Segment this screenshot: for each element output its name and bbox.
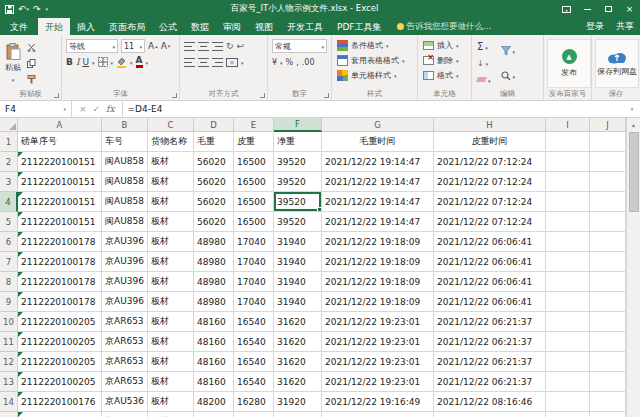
cell-H9[interactable]: 2021/12/22 06:06:41 [434, 292, 546, 312]
row-header-3[interactable]: 3 [0, 172, 18, 192]
select-all-corner[interactable] [0, 118, 18, 132]
tab-file[interactable]: 文件 [0, 18, 38, 35]
cell-G10[interactable]: 2021/12/22 19:23:01 [322, 312, 434, 332]
cell-E4[interactable]: 16500 [234, 192, 274, 212]
cell-J13[interactable] [590, 372, 626, 392]
cell-D15[interactable]: 48200 [194, 412, 234, 417]
column-header-i[interactable]: I [546, 118, 590, 132]
column-header-b[interactable]: B [102, 118, 148, 132]
cell-H12[interactable]: 2021/12/22 06:21:37 [434, 352, 546, 372]
cell-A4[interactable]: 2112220100151 [18, 192, 102, 212]
sign-in-button[interactable]: 登录 [580, 18, 610, 35]
cell-I10[interactable] [546, 312, 590, 332]
cell-C9[interactable]: 板材 [148, 292, 194, 312]
column-header-g[interactable]: G [322, 118, 434, 132]
cell-I11[interactable] [546, 332, 590, 352]
tab-formulas[interactable]: 公式 [152, 18, 184, 35]
cancel-icon[interactable]: × [79, 104, 87, 114]
cell-F11[interactable]: 31620 [274, 332, 322, 352]
cell-I15[interactable] [546, 412, 590, 417]
cell-A1[interactable]: 磅单序号 [18, 132, 102, 152]
insert-cells-button[interactable]: 插入 [420, 38, 469, 53]
row-header-1[interactable]: 1 [0, 132, 18, 152]
cell-J5[interactable] [590, 212, 626, 232]
cell-E15[interactable]: 16280 [234, 412, 274, 417]
cell-F5[interactable]: 39520 [274, 212, 322, 232]
row-header-2[interactable]: 2 [0, 152, 18, 172]
enter-icon[interactable]: ✓ [93, 104, 101, 114]
cell-F4[interactable]: 39520 [274, 192, 322, 212]
cell-D4[interactable]: 56020 [194, 192, 234, 212]
cell-E1[interactable]: 皮重 [234, 132, 274, 152]
cell-styles-button[interactable]: 单元格样式 [334, 68, 415, 83]
column-header-e[interactable]: E [234, 118, 274, 132]
cell-J11[interactable] [590, 332, 626, 352]
vertical-scrollbar[interactable]: ▴ [626, 118, 640, 417]
cell-C3[interactable]: 板材 [148, 172, 194, 192]
fill-color-button[interactable] [116, 57, 127, 68]
row-header-13[interactable]: 13 [0, 372, 18, 392]
publish-button[interactable]: ▲ 发布 [547, 39, 591, 88]
delete-cells-button[interactable]: 删除 [420, 53, 469, 68]
cell-C4[interactable]: 板材 [148, 192, 194, 212]
cell-D12[interactable]: 48160 [194, 352, 234, 372]
cell-C6[interactable]: 板材 [148, 232, 194, 252]
cell-E3[interactable]: 16500 [234, 172, 274, 192]
cell-E7[interactable]: 17040 [234, 252, 274, 272]
cell-H15[interactable]: 2021/12/22 08:16:46 [434, 412, 546, 417]
align-top-icon[interactable] [184, 42, 195, 51]
column-header-h[interactable]: H [434, 118, 546, 132]
cell-F7[interactable]: 31940 [274, 252, 322, 272]
cell-D10[interactable]: 48160 [194, 312, 234, 332]
column-header-f[interactable]: F [274, 118, 322, 132]
cell-I8[interactable] [546, 272, 590, 292]
cell-D6[interactable]: 48980 [194, 232, 234, 252]
cell-I13[interactable] [546, 372, 590, 392]
cell-E10[interactable]: 16540 [234, 312, 274, 332]
row-header-14[interactable]: 14 [0, 392, 18, 412]
name-box-caret-icon[interactable]: ▾ [63, 106, 66, 112]
cell-D7[interactable]: 48980 [194, 252, 234, 272]
paste-button[interactable]: 粘贴 [2, 38, 24, 89]
comma-button[interactable]: , [296, 58, 299, 67]
percent-button[interactable]: % [286, 58, 294, 67]
column-header-j[interactable]: J [590, 118, 626, 132]
scrollbar-thumb[interactable] [629, 132, 639, 212]
cell-F2[interactable]: 39520 [274, 152, 322, 172]
cell-C5[interactable]: 板材 [148, 212, 194, 232]
cell-B7[interactable]: 京AU396 [102, 252, 148, 272]
cell-F15[interactable]: 31920 [274, 412, 322, 417]
tab-developer[interactable]: 开发工具 [280, 18, 330, 35]
undo-icon[interactable]: ↶▾ [18, 5, 29, 14]
share-button[interactable]: 共享 [610, 18, 640, 35]
cell-F6[interactable]: 31940 [274, 232, 322, 252]
cell-B3[interactable]: 闽AU858 [102, 172, 148, 192]
cell-G9[interactable]: 2021/12/22 19:18:09 [322, 292, 434, 312]
cell-F14[interactable]: 31920 [274, 392, 322, 412]
cell-I7[interactable] [546, 252, 590, 272]
row-header-9[interactable]: 9 [0, 292, 18, 312]
align-center-icon[interactable] [198, 58, 209, 67]
cell-D9[interactable]: 48980 [194, 292, 234, 312]
redo-icon[interactable]: ↷ [33, 5, 41, 14]
tab-page-layout[interactable]: 页面布局 [102, 18, 152, 35]
row-header-15[interactable]: 15 [0, 412, 18, 417]
cell-J6[interactable] [590, 232, 626, 252]
currency-button[interactable]: ¥ [272, 58, 277, 67]
cell-H6[interactable]: 2021/12/22 06:06:41 [434, 232, 546, 252]
cell-D8[interactable]: 48980 [194, 272, 234, 292]
cell-E5[interactable]: 16500 [234, 212, 274, 232]
cell-C10[interactable]: 板材 [148, 312, 194, 332]
cell-H13[interactable]: 2021/12/22 06:21:37 [434, 372, 546, 392]
cell-E2[interactable]: 16500 [234, 152, 274, 172]
format-painter-button[interactable] [24, 73, 39, 86]
column-header-a[interactable]: A [18, 118, 102, 132]
formula-input[interactable]: =D4-E4 [123, 101, 624, 117]
cell-H2[interactable]: 2021/12/22 07:12:24 [434, 152, 546, 172]
currency-caret-icon[interactable] [280, 57, 283, 67]
cell-J9[interactable] [590, 292, 626, 312]
tab-home[interactable]: 开始 [38, 18, 70, 35]
cell-B4[interactable]: 闽AU858 [102, 192, 148, 212]
cell-G12[interactable]: 2021/12/22 19:23:01 [322, 352, 434, 372]
cell-B13[interactable]: 京AR653 [102, 372, 148, 392]
